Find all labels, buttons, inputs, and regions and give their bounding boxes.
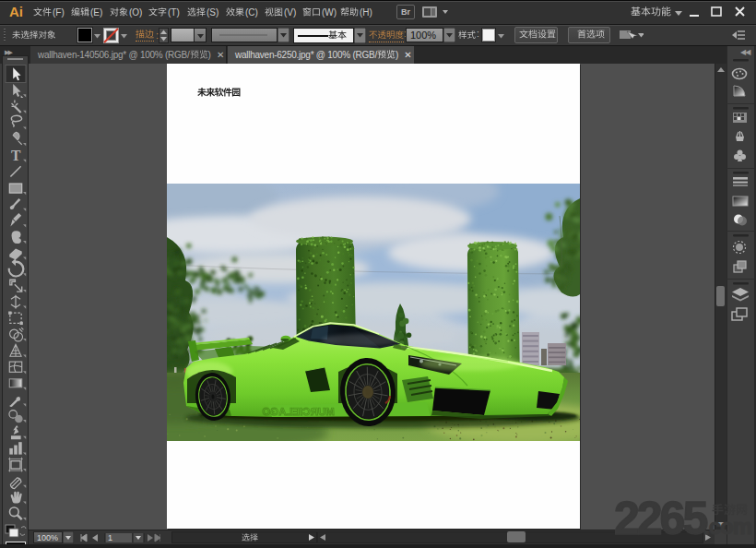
svg-text:MURCIELAGO: MURCIELAGO	[262, 406, 335, 417]
svg-text:1: 1	[108, 533, 112, 542]
svg-text:T: T	[11, 148, 21, 163]
